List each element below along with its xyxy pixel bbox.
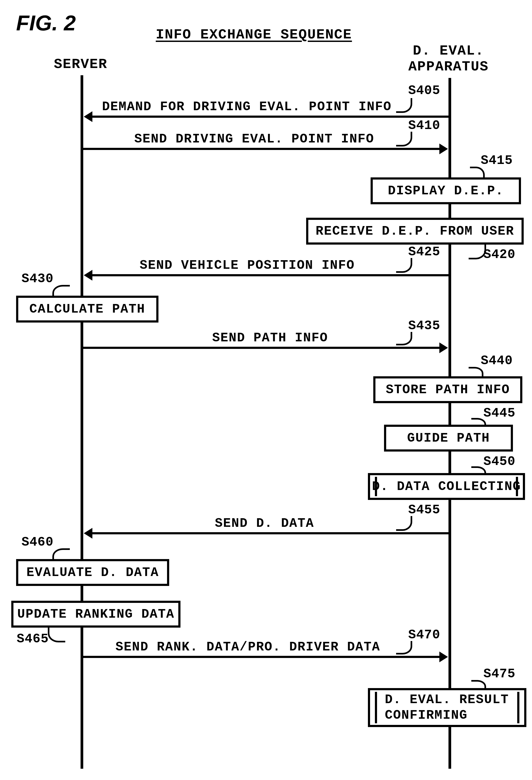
leader-s410 xyxy=(396,132,412,146)
leader-s470 xyxy=(396,641,412,654)
msg-s455-label: S455 xyxy=(408,503,440,517)
msg-s455-text: SEND D. DATA xyxy=(215,516,314,531)
msg-s435-text: SEND PATH INFO xyxy=(212,331,328,345)
box-s420-label: S420 xyxy=(483,247,515,262)
msg-s425-arrow xyxy=(91,274,448,276)
msg-s455-arrow xyxy=(91,532,448,534)
msg-s470-text: SEND RANK. DATA/PRO. DRIVER DATA xyxy=(115,640,380,654)
box-s445: GUIDE PATH xyxy=(384,425,513,451)
leader-s435 xyxy=(396,332,412,345)
box-s465: UPDATE RANKING DATA xyxy=(11,601,180,628)
msg-s435-label: S435 xyxy=(408,319,440,333)
box-s420: RECEIVE D.E.P. FROM USER xyxy=(306,218,524,245)
box-s475: D. EVAL. RESULT CONFIRMING xyxy=(368,688,526,727)
connector-s440-s445 xyxy=(449,403,451,422)
box-s475-label: S475 xyxy=(483,667,515,681)
connector-s415-s420 xyxy=(449,204,451,218)
leader-s465 xyxy=(48,628,65,642)
msg-s405-text: DEMAND FOR DRIVING EVAL. POINT INFO xyxy=(102,99,391,114)
box-s440: STORE PATH INFO xyxy=(373,376,522,403)
figure-label: FIG. 2 xyxy=(16,11,76,36)
lifeline-server xyxy=(81,75,83,769)
box-s430: CALCULATE PATH xyxy=(16,296,158,323)
leader-s455 xyxy=(396,516,412,531)
connector-s460-s465 xyxy=(81,586,83,601)
msg-s410-text: SEND DRIVING EVAL. POINT INFO xyxy=(134,132,374,146)
box-s440-label: S440 xyxy=(481,353,513,368)
box-s460: EVALUATE D. DATA xyxy=(16,559,169,586)
leader-s440 xyxy=(469,367,483,378)
box-s460-label: S460 xyxy=(21,535,53,549)
sequence-diagram: FIG. 2 INFO EXCHANGE SEQUENCE SERVER D. … xyxy=(0,0,532,780)
box-s415-label: S415 xyxy=(481,153,513,168)
box-s465-label: S465 xyxy=(17,632,49,646)
leader-s405 xyxy=(396,98,412,113)
diagram-title: INFO EXCHANGE SEQUENCE xyxy=(156,27,352,43)
connector-s445-s450 xyxy=(449,451,451,470)
msg-s425-label: S425 xyxy=(408,245,440,259)
box-s430-label: S430 xyxy=(21,272,53,286)
box-s450: D. DATA COLLECTING xyxy=(368,473,525,500)
msg-s410-label: S410 xyxy=(408,118,440,133)
box-s450-label: S450 xyxy=(483,454,515,469)
msg-s405-label: S405 xyxy=(408,83,440,98)
box-s445-label: S445 xyxy=(483,406,515,420)
box-s415: DISPLAY D.E.P. xyxy=(371,178,521,204)
msg-s425-text: SEND VEHICLE POSITION INFO xyxy=(140,258,355,273)
lifeline-server-label: SERVER xyxy=(54,56,107,72)
leader-s425 xyxy=(396,258,412,273)
msg-s470-label: S470 xyxy=(408,628,440,642)
msg-s410-arrow xyxy=(83,148,440,150)
msg-s435-arrow xyxy=(83,347,440,349)
lifeline-apparatus-label: D. EVAL. APPARATUS xyxy=(406,43,491,75)
msg-s405-arrow xyxy=(91,115,448,118)
msg-s470-arrow xyxy=(83,656,440,658)
